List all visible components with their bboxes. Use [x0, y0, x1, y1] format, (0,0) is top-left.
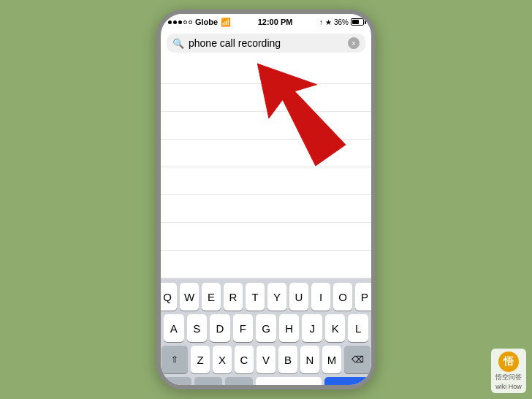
- key-y[interactable]: Y: [267, 283, 286, 311]
- dot2: [173, 20, 177, 24]
- key-e[interactable]: E: [202, 283, 221, 311]
- result-line: [161, 195, 371, 223]
- key-t[interactable]: T: [246, 283, 265, 311]
- key-f[interactable]: F: [233, 314, 254, 342]
- dot4: [183, 20, 187, 24]
- search-button[interactable]: Search: [324, 377, 368, 390]
- status-bar: Globe 📶 12:00 PM ↑ ★ 36%: [161, 14, 371, 30]
- battery-icon: [351, 18, 364, 26]
- result-line: [161, 167, 371, 195]
- result-line: [161, 84, 371, 112]
- signal-dots: [168, 20, 192, 24]
- clear-button[interactable]: ×: [348, 37, 360, 49]
- key-row-3: ⇧ Z X C V B N M ⌫: [164, 346, 368, 373]
- keyboard: Q W E R T Y U I O P A S D F G H J K: [161, 278, 371, 390]
- status-left: Globe 📶: [168, 18, 231, 27]
- result-line: [161, 56, 371, 84]
- key-d[interactable]: D: [210, 314, 230, 342]
- result-line: [161, 223, 371, 251]
- status-time: 12:00 PM: [258, 18, 293, 26]
- key-u[interactable]: U: [289, 283, 308, 311]
- result-line: [161, 251, 371, 278]
- key-row-1: Q W E R T Y U I O P: [164, 283, 368, 311]
- mic-key[interactable]: 🎤: [225, 377, 253, 390]
- key-g[interactable]: G: [256, 314, 276, 342]
- signal-strength-icon: ↑: [319, 18, 323, 26]
- key-s[interactable]: S: [187, 314, 208, 342]
- watermark-subtext: wiki How: [495, 383, 522, 390]
- wifi-icon: 📶: [221, 18, 231, 27]
- key-i[interactable]: I: [311, 283, 330, 311]
- phone-content: 🔍 phone call recording × Q W E R T Y: [161, 30, 371, 385]
- backspace-key[interactable]: ⌫: [344, 346, 370, 373]
- dot5: [189, 20, 192, 24]
- status-right: ↑ ★ 36%: [319, 18, 364, 26]
- search-bar[interactable]: 🔍 phone call recording ×: [167, 34, 365, 53]
- key-k[interactable]: K: [325, 314, 346, 342]
- num-key[interactable]: 123: [164, 377, 191, 390]
- dot3: [178, 20, 182, 24]
- key-row-bottom: 123 🙂 🎤 space Search: [164, 377, 368, 390]
- cellular-icon: ★: [325, 18, 332, 26]
- key-x[interactable]: X: [213, 346, 232, 373]
- key-c[interactable]: C: [235, 346, 254, 373]
- key-l[interactable]: L: [348, 314, 368, 342]
- space-key[interactable]: space: [256, 377, 322, 390]
- search-icon: 🔍: [172, 38, 184, 49]
- battery-fill: [352, 20, 359, 24]
- key-n[interactable]: N: [300, 346, 319, 373]
- watermark-icon: 悟: [498, 352, 519, 372]
- phone-frame: Globe 📶 12:00 PM ↑ ★ 36% 🔍 phone call re…: [156, 10, 376, 390]
- key-j[interactable]: J: [302, 314, 322, 342]
- carrier-label: Globe: [195, 18, 218, 26]
- key-r[interactable]: R: [224, 283, 243, 311]
- key-row-2: A S D F G H J K L: [164, 314, 368, 342]
- watermark-text: 悟空问答: [495, 373, 522, 382]
- battery-percent: 36%: [334, 18, 349, 26]
- key-h[interactable]: H: [279, 314, 300, 342]
- watermark: 悟 悟空问答 wiki How: [491, 349, 526, 393]
- result-line: [161, 112, 371, 140]
- key-m[interactable]: M: [322, 346, 341, 373]
- key-z[interactable]: Z: [191, 346, 210, 373]
- key-p[interactable]: P: [355, 283, 374, 311]
- key-w[interactable]: W: [180, 283, 199, 311]
- key-o[interactable]: O: [333, 283, 352, 311]
- shift-key[interactable]: ⇧: [162, 346, 188, 373]
- key-q[interactable]: Q: [158, 283, 177, 311]
- result-line: [161, 140, 371, 167]
- results-area: [161, 56, 371, 278]
- key-v[interactable]: V: [256, 346, 276, 373]
- emoji-key[interactable]: 🙂: [194, 377, 222, 390]
- search-input-value[interactable]: phone call recording: [189, 37, 343, 49]
- key-b[interactable]: B: [278, 346, 297, 373]
- key-a[interactable]: A: [164, 314, 184, 342]
- dot1: [168, 20, 172, 24]
